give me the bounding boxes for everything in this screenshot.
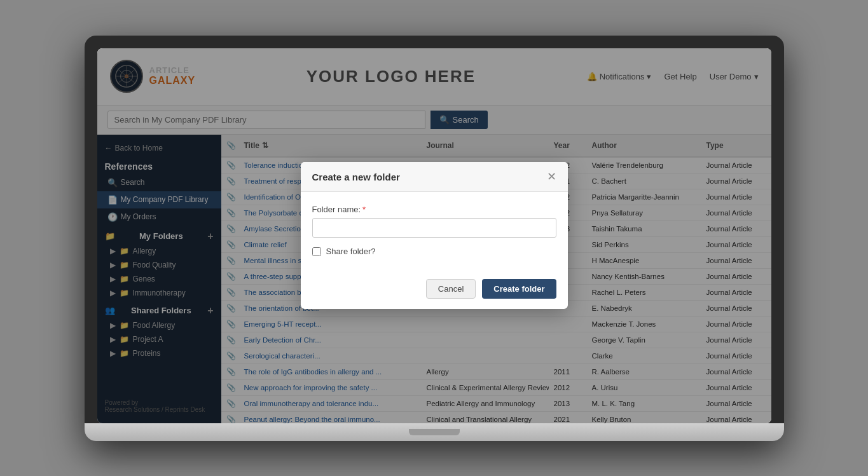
laptop-screen: ARTICLE GALAXY YOUR LOGO HERE 🔔 Notifica…: [97, 48, 771, 423]
laptop-notch: [409, 429, 460, 435]
laptop-shell: ARTICLE GALAXY YOUR LOGO HERE 🔔 Notifica…: [85, 36, 784, 441]
modal-close-button[interactable]: ✕: [547, 171, 556, 182]
create-folder-modal: Create a new folder ✕ Folder name: * Sha…: [301, 162, 568, 309]
modal-body: Folder name: * Share folder?: [301, 192, 568, 271]
modal-header: Create a new folder ✕: [301, 162, 568, 192]
laptop-base: [85, 423, 784, 441]
app-container: ARTICLE GALAXY YOUR LOGO HERE 🔔 Notifica…: [97, 48, 771, 423]
folder-name-label-text: Folder name:: [312, 205, 361, 214]
cancel-button[interactable]: Cancel: [426, 279, 476, 299]
folder-name-label: Folder name: *: [312, 205, 556, 214]
modal-title: Create a new folder: [312, 172, 400, 182]
share-folder-row: Share folder?: [312, 247, 556, 256]
share-folder-label: Share folder?: [326, 247, 376, 256]
share-folder-checkbox[interactable]: [312, 247, 321, 256]
modal-overlay: Create a new folder ✕ Folder name: * Sha…: [97, 48, 771, 423]
folder-name-input[interactable]: [312, 218, 556, 238]
required-marker: *: [362, 205, 366, 214]
create-folder-button[interactable]: Create folder: [482, 279, 556, 299]
modal-footer: Cancel Create folder: [301, 271, 568, 309]
